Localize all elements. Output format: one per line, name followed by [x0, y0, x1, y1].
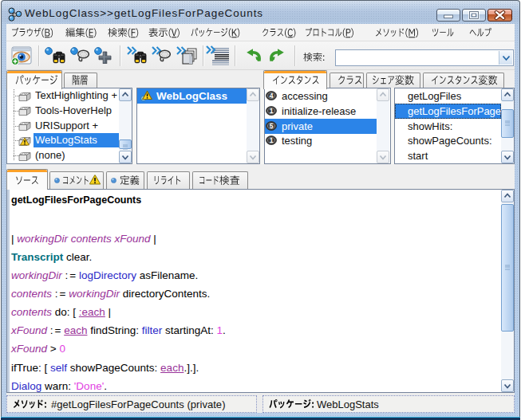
svg-text:5: 5 — [270, 122, 274, 130]
svg-text:1: 1 — [270, 136, 274, 144]
svg-text:1: 1 — [270, 107, 274, 115]
svg-text:4: 4 — [270, 92, 274, 100]
